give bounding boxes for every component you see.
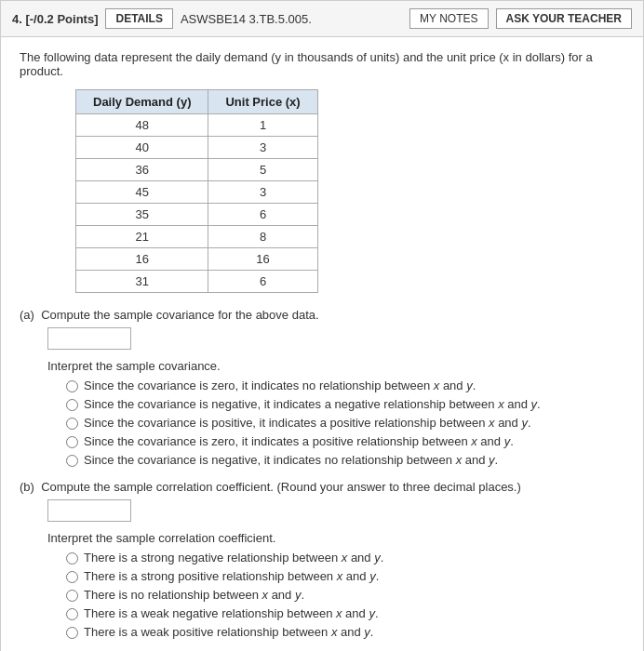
part-b-option[interactable]: There is a strong positive relationship … — [66, 569, 624, 583]
part-b-option[interactable]: There is a weak negative relationship be… — [66, 606, 624, 620]
part-b-option[interactable]: There is a strong negative relationship … — [66, 551, 624, 565]
main-content: The following data represent the daily d… — [1, 37, 643, 651]
intro-text: The following data represent the daily d… — [20, 50, 624, 78]
table-cell-y: 31 — [76, 271, 208, 293]
col1-header: Daily Demand (y) — [76, 90, 208, 114]
part-b-option-text: There is no relationship between x and y… — [84, 588, 304, 602]
part-a-section: (a) Compute the sample covariance for th… — [20, 308, 624, 467]
table-cell-x: 6 — [208, 204, 317, 226]
part-b-radio-input[interactable] — [66, 627, 78, 639]
part-a-option-text: Since the covariance is zero, it indicat… — [84, 379, 476, 392]
table-cell-x: 1 — [208, 114, 317, 137]
part-b-option[interactable]: There is a weak positive relationship be… — [66, 625, 624, 639]
part-b-option-text: There is a weak positive relationship be… — [84, 625, 373, 639]
table-row: 1616 — [76, 248, 318, 271]
part-a-radio-input[interactable] — [66, 418, 78, 430]
table-row: 365 — [76, 159, 318, 181]
part-a-option-text: Since the covariance is positive, it ind… — [84, 416, 531, 430]
part-a-option-text: Since the covariance is negative, it ind… — [84, 397, 541, 411]
ask-teacher-button[interactable]: ASK YOUR TEACHER — [496, 8, 632, 29]
table-cell-x: 16 — [208, 248, 317, 271]
table-row: 218 — [76, 226, 318, 248]
col2-header: Unit Price (x) — [208, 90, 317, 114]
data-table: Daily Demand (y) Unit Price (x) 48140336… — [75, 89, 318, 293]
part-a-input[interactable] — [47, 327, 131, 350]
part-b-label: (b) Compute the sample correlation coeff… — [20, 480, 624, 494]
part-b-option-text: There is a strong negative relationship … — [84, 551, 383, 565]
table-cell-x: 8 — [208, 226, 317, 248]
table-row: 356 — [76, 204, 318, 226]
table-row: 403 — [76, 137, 318, 159]
part-a-radio-input[interactable] — [66, 399, 78, 411]
part-a-option-text: Since the covariance is zero, it indicat… — [84, 434, 514, 448]
part-a-interpret-label: Interpret the sample covariance. — [47, 359, 624, 373]
table-row: 453 — [76, 181, 318, 204]
header-bar: 4. [-/0.2 Points] DETAILS ASWSBE14 3.TB.… — [1, 1, 643, 37]
part-a-radio-input[interactable] — [66, 436, 78, 448]
table-cell-x: 3 — [208, 181, 317, 204]
part-a-option[interactable]: Since the covariance is positive, it ind… — [66, 416, 624, 430]
table-cell-y: 35 — [76, 204, 208, 226]
table-cell-y: 36 — [76, 159, 208, 181]
table-cell-y: 48 — [76, 114, 208, 137]
table-cell-y: 21 — [76, 226, 208, 248]
table-cell-x: 5 — [208, 159, 317, 181]
part-b-radio-input[interactable] — [66, 608, 78, 620]
question-number: 4. [-/0.2 Points] — [12, 12, 98, 26]
part-b-option-text: There is a weak negative relationship be… — [84, 606, 379, 620]
part-b-option[interactable]: There is no relationship between x and y… — [66, 588, 624, 602]
part-a-label: (a) Compute the sample covariance for th… — [20, 308, 624, 322]
part-b-section: (b) Compute the sample correlation coeff… — [20, 480, 624, 639]
my-notes-button[interactable]: MY NOTES — [409, 8, 488, 29]
details-button[interactable]: DETAILS — [105, 8, 172, 29]
part-b-radio-input[interactable] — [66, 590, 78, 602]
part-b-radio-input[interactable] — [66, 552, 78, 565]
part-b-input[interactable] — [47, 499, 131, 522]
table-cell-y: 16 — [76, 248, 208, 271]
table-cell-y: 45 — [76, 181, 208, 204]
table-row: 316 — [76, 271, 318, 293]
table-cell-y: 40 — [76, 137, 208, 159]
part-a-option-text: Since the covariance is negative, it ind… — [84, 453, 498, 467]
part-a-radio-input[interactable] — [66, 380, 78, 392]
table-cell-x: 6 — [208, 271, 317, 293]
table-row: 481 — [76, 114, 318, 137]
part-b-options: There is a strong negative relationship … — [20, 551, 624, 639]
part-b-radio-input[interactable] — [66, 571, 78, 583]
part-a-option[interactable]: Since the covariance is negative, it ind… — [66, 397, 624, 411]
question-code: ASWSBE14 3.TB.5.005. — [181, 12, 402, 26]
part-a-option[interactable]: Since the covariance is negative, it ind… — [66, 453, 624, 467]
part-b-option-text: There is a strong positive relationship … — [84, 569, 379, 583]
table-cell-x: 3 — [208, 137, 317, 159]
part-a-radio-input[interactable] — [66, 455, 78, 467]
part-a-option[interactable]: Since the covariance is zero, it indicat… — [66, 379, 624, 392]
part-b-interpret-label: Interpret the sample correlation coeffic… — [47, 531, 624, 545]
part-a-options: Since the covariance is zero, it indicat… — [20, 379, 624, 467]
part-a-option[interactable]: Since the covariance is zero, it indicat… — [66, 434, 624, 448]
